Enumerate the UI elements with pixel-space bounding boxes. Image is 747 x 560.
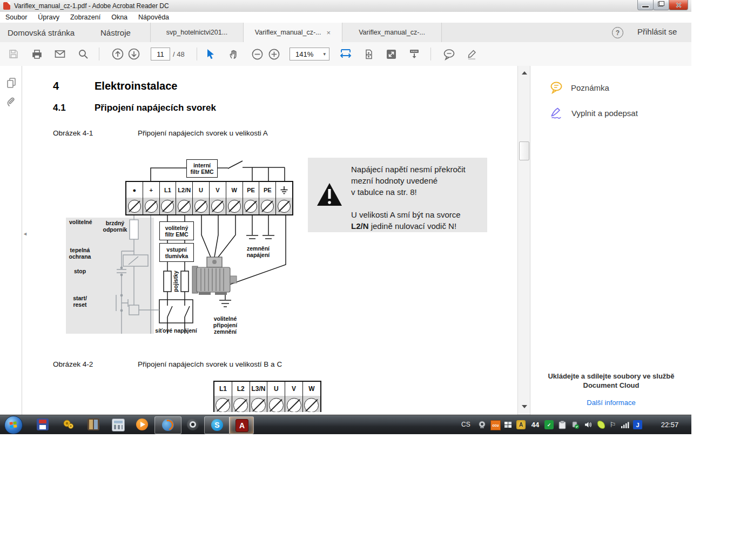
main-toolbar: / 48 141% ▾ bbox=[0, 42, 691, 66]
close-tab-icon[interactable]: × bbox=[327, 29, 331, 37]
sign-in-button[interactable]: Přihlásit se bbox=[637, 27, 677, 36]
tray-icon-network-signal[interactable] bbox=[620, 420, 629, 429]
terminal-cell: L3/N bbox=[250, 382, 267, 396]
menu-okna[interactable]: Okna bbox=[106, 14, 133, 21]
tray-icon-action-center-flag[interactable]: ⚐ bbox=[608, 420, 617, 429]
comment-bubble-icon bbox=[550, 81, 563, 95]
minus-circle-icon bbox=[251, 48, 264, 60]
tab-tools[interactable]: Nástroje bbox=[100, 23, 131, 42]
taskbar-app-calculator[interactable] bbox=[112, 419, 125, 431]
select-tool-button[interactable] bbox=[203, 46, 219, 62]
doc-tab-3[interactable]: Variflex_manual_cz-... bbox=[342, 23, 441, 42]
fit-page-button[interactable] bbox=[360, 46, 376, 62]
help-icon[interactable]: ? bbox=[612, 27, 623, 38]
taskbar-app-file-manager[interactable] bbox=[37, 419, 49, 430]
screw-terminal bbox=[304, 398, 319, 413]
scrollbar-thumb[interactable] bbox=[519, 141, 529, 160]
toolbar-mode-icon bbox=[408, 48, 420, 60]
fill-sign-tool-item[interactable]: Vyplnit a podepsat bbox=[550, 106, 638, 120]
minimize-button[interactable] bbox=[637, 0, 654, 10]
tray-icon-clipboard[interactable] bbox=[557, 420, 567, 429]
menu-zobrazeni[interactable]: Zobrazení bbox=[65, 14, 106, 21]
screw-terminal bbox=[261, 200, 274, 213]
next-page-button[interactable] bbox=[126, 46, 142, 62]
attachments-icon[interactable] bbox=[5, 96, 18, 111]
taskbar-app-media-film[interactable] bbox=[88, 419, 99, 430]
fullscreen-button[interactable] bbox=[383, 46, 399, 62]
scroll-down-arrow[interactable] bbox=[522, 405, 527, 408]
taskbar-app-settings-gears[interactable] bbox=[63, 419, 75, 430]
tray-icon-gold-a[interactable]: A bbox=[516, 420, 526, 429]
menu-napoveda[interactable]: Nápověda bbox=[133, 14, 174, 21]
tab-home[interactable]: Domovská stránka bbox=[8, 23, 75, 42]
optional-emc-filter-box: volitelný filtr EMC bbox=[159, 221, 194, 240]
taskbar-app-adobe-reader[interactable]: A bbox=[229, 416, 254, 434]
tray-icon-volume[interactable] bbox=[583, 420, 593, 429]
comment-tool-item[interactable]: Poznámka bbox=[550, 81, 609, 95]
fit-width-button[interactable] bbox=[338, 46, 354, 62]
scroll-up-arrow[interactable] bbox=[522, 71, 527, 75]
menu-upravy[interactable]: Úpravy bbox=[32, 14, 65, 21]
zoom-level-dropdown[interactable]: 141% ▾ bbox=[290, 48, 329, 60]
taskbar-app-dark-logo[interactable] bbox=[187, 419, 199, 430]
terminal-cell: L2/N bbox=[176, 182, 192, 198]
save-button[interactable] bbox=[5, 46, 22, 62]
print-button[interactable] bbox=[29, 46, 45, 62]
tray-icon-cpu-meter[interactable]: 44 bbox=[529, 420, 541, 429]
restore-button[interactable] bbox=[653, 0, 669, 10]
terminal-cell: L1 bbox=[214, 382, 232, 396]
doc-tab-1[interactable]: svp_hotelnictvi201... bbox=[151, 23, 243, 42]
close-icon bbox=[676, 2, 682, 8]
page-thumbnails-icon[interactable] bbox=[5, 77, 17, 91]
windows-logo-icon bbox=[9, 421, 17, 428]
tray-icon-usb-device[interactable] bbox=[570, 420, 580, 429]
fullscreen-icon bbox=[386, 49, 397, 60]
highlight-button[interactable] bbox=[464, 46, 480, 62]
zoom-in-button[interactable] bbox=[266, 46, 282, 62]
menu-soubor[interactable]: Soubor bbox=[0, 14, 32, 21]
figure2-label: Obrázek 4-2 bbox=[53, 360, 93, 368]
screw-terminal bbox=[244, 200, 257, 213]
terminal-cell: V bbox=[209, 182, 226, 198]
comment-button[interactable] bbox=[441, 46, 457, 62]
screw-terminal bbox=[211, 200, 224, 213]
prev-page-button[interactable] bbox=[110, 46, 126, 62]
previous-page-edge-arrow[interactable]: ◄ bbox=[23, 231, 28, 237]
doc-tab-2-active[interactable]: Variflex_manual_cz-... × bbox=[244, 23, 342, 42]
tray-icon-windows[interactable] bbox=[503, 420, 513, 429]
taskbar-app-skype[interactable]: S bbox=[204, 416, 230, 434]
zoom-out-button[interactable] bbox=[249, 46, 265, 62]
terminal-cell: PE bbox=[243, 182, 259, 198]
email-button[interactable] bbox=[52, 46, 68, 62]
more-info-link[interactable]: Další informace bbox=[587, 399, 635, 407]
cursor-icon bbox=[206, 49, 217, 59]
terminal-screws-row bbox=[214, 396, 320, 412]
tray-icon-ccu[interactable]: ccu bbox=[490, 420, 501, 430]
title-bar: Variflex_manual_cz-1.pdf - Adobe Acrobat… bbox=[0, 0, 691, 12]
vertical-scrollbar[interactable] bbox=[517, 66, 530, 415]
optional-ground-label: volitelné připojení zemnění bbox=[206, 315, 245, 335]
tray-icon-jdownloader[interactable]: J bbox=[633, 420, 642, 429]
tray-icon-green-check[interactable]: ✓ bbox=[544, 420, 554, 429]
tray-icon-webcam[interactable] bbox=[477, 420, 487, 429]
save-icon bbox=[8, 49, 19, 59]
search-button[interactable] bbox=[75, 46, 91, 62]
close-button[interactable] bbox=[669, 0, 688, 10]
page-number-input[interactable] bbox=[151, 48, 170, 60]
taskbar-app-firefox[interactable] bbox=[154, 416, 181, 434]
screw-terminal bbox=[178, 200, 191, 213]
taskbar-app-media-player[interactable] bbox=[136, 419, 148, 430]
supply-ground-label: zemnění napájení bbox=[240, 245, 276, 258]
toolbar-mode-button[interactable] bbox=[406, 46, 422, 62]
terminal-labels-row: ● + L1 L2/N U V W PE PE bbox=[126, 182, 292, 198]
thermal-protection-label: tepelná ochrana bbox=[65, 247, 95, 260]
start-button[interactable] bbox=[4, 416, 23, 434]
taskbar-clock[interactable]: 22:57 bbox=[654, 421, 686, 429]
arrow-up-icon bbox=[111, 48, 124, 60]
input-choke-box: vstupní tlumívka bbox=[159, 243, 194, 262]
motor-drawing bbox=[192, 257, 237, 295]
fuses-label: pojistky bbox=[172, 271, 180, 292]
language-indicator[interactable]: CS bbox=[461, 421, 470, 428]
hand-tool-button[interactable] bbox=[226, 46, 242, 62]
tray-icon-lime-app[interactable] bbox=[596, 420, 605, 429]
